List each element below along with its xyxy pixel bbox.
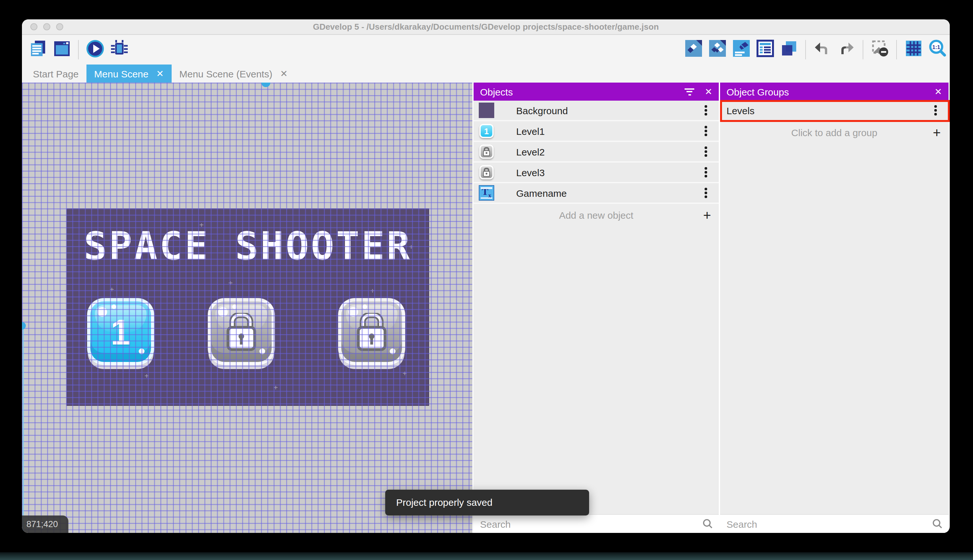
text-object-thumbnail: Tx (479, 185, 494, 201)
level1-button-instance[interactable]: 1 (87, 298, 154, 365)
open-layers-button[interactable] (780, 40, 798, 59)
object-groups-panel-header: Object Groups ✕ (720, 83, 948, 101)
group-menu-kebab-icon[interactable] (930, 103, 941, 117)
add-new-group-button[interactable]: Click to add a group + (720, 121, 948, 143)
close-panel-icon[interactable]: ✕ (705, 87, 712, 97)
object-row-level1[interactable]: 1 Level1 (473, 121, 719, 142)
grid-icon (904, 39, 922, 60)
objects-search-input[interactable] (473, 515, 719, 533)
object-menu-kebab-icon[interactable] (701, 186, 711, 200)
add-new-object-button[interactable]: Add a new object + (473, 204, 719, 226)
zoom-1-1-icon: 1:1 (928, 39, 947, 61)
svg-text:1:1: 1:1 (932, 44, 940, 50)
objects-panel-title: Objects (480, 86, 513, 97)
search-icon (932, 519, 943, 532)
scene-title-text[interactable]: SPACE SHOOTER (67, 227, 428, 265)
scene-editor-canvas[interactable]: SPACE SHOOTER 1 (22, 83, 472, 533)
project-manager-icon (29, 39, 47, 60)
toggle-grid-button[interactable] (904, 40, 923, 59)
tab-start-page[interactable]: Start Page (25, 65, 87, 83)
debug-button[interactable] (110, 40, 128, 59)
toolbar-separator (896, 40, 897, 59)
undo-icon (813, 39, 832, 60)
zoom-window-button[interactable] (56, 23, 63, 30)
tab-label: Menu Scene (Events) (179, 68, 273, 79)
object-row-level2[interactable]: Level2 (473, 142, 719, 163)
scene-properties-icon (732, 39, 750, 60)
object-row-gamename[interactable]: Tx Gamename (473, 183, 719, 204)
tab-menu-scene[interactable]: Menu Scene ✕ (87, 65, 172, 83)
object-menu-kebab-icon[interactable] (701, 124, 711, 138)
desktop-edge (0, 552, 973, 560)
object-menu-kebab-icon[interactable] (701, 165, 711, 179)
object-row-background[interactable]: Background (473, 101, 719, 121)
zoom-original-button[interactable]: 1:1 (928, 40, 946, 59)
close-tab-icon[interactable]: ✕ (156, 69, 163, 78)
cursor-coordinates-badge: 871;420 (22, 515, 68, 533)
plus-icon: + (933, 125, 941, 139)
groups-search-bar (720, 514, 948, 533)
selection-edge-line (23, 330, 24, 533)
game-scene-background[interactable]: SPACE SHOOTER 1 (67, 208, 429, 406)
play-icon (86, 39, 105, 60)
objects-search-bar (473, 514, 719, 533)
save-toast: Project properly saved (385, 490, 589, 515)
objects-panel: Objects ✕ Background 1 (472, 83, 719, 533)
object-row-level3[interactable]: Level3 (473, 163, 719, 183)
title-bar: GDevelop 5 - /Users/dkarakay/Documents/G… (22, 19, 950, 35)
close-window-button[interactable] (30, 23, 37, 30)
blue-button-thumbnail: 1 (479, 123, 494, 139)
toolbar-separator (863, 40, 863, 59)
redo-icon (837, 39, 856, 60)
open-instances-list-button[interactable] (756, 40, 774, 59)
lock-icon (342, 301, 402, 362)
level3-button-instance[interactable] (338, 298, 405, 365)
toolbar-separator (805, 40, 806, 59)
lock-icon (211, 301, 272, 362)
mask-minus-icon (871, 39, 889, 60)
main-toolbar: 1:1 (22, 35, 950, 65)
desktop: GDevelop 5 - /Users/dkarakay/Documents/G… (0, 0, 973, 560)
object-groups-panel-title: Object Groups (726, 86, 789, 97)
background-thumbnail (479, 103, 494, 118)
level2-button-instance[interactable] (208, 298, 275, 365)
close-tab-icon[interactable]: ✕ (280, 69, 287, 78)
redo-button[interactable] (837, 40, 856, 59)
scene-window-icon (53, 39, 71, 60)
filter-icon[interactable] (685, 88, 695, 95)
object-groups-panel: Object Groups ✕ Levels Click to add a gr… (719, 83, 948, 533)
tab-label: Menu Scene (94, 68, 148, 79)
instances-list-icon (756, 39, 774, 60)
debug-bug-icon (109, 39, 129, 61)
groups-search-input[interactable] (720, 515, 948, 533)
selection-handle-top[interactable] (261, 83, 270, 87)
minimize-window-button[interactable] (43, 23, 50, 30)
window-title: GDevelop 5 - /Users/dkarakay/Documents/G… (22, 19, 950, 35)
project-manager-button[interactable] (28, 40, 47, 59)
open-object-groups-button[interactable] (708, 40, 726, 59)
locked-button-thumbnail (479, 165, 494, 180)
search-icon (703, 519, 713, 532)
object-groups-icon (708, 39, 726, 60)
objects-panel-header: Objects ✕ (473, 83, 719, 101)
layers-icon (780, 39, 798, 60)
selection-handle-left[interactable] (22, 322, 26, 330)
tab-bar: Start Page Menu Scene ✕ Menu Scene (Even… (22, 65, 950, 83)
play-button[interactable] (86, 40, 105, 59)
undo-button[interactable] (813, 40, 832, 59)
scene-editor-button[interactable] (52, 40, 71, 59)
plus-icon: + (703, 208, 711, 222)
toolbar-separator (78, 40, 79, 59)
group-row-levels[interactable]: Levels (720, 101, 948, 121)
open-properties-button[interactable] (732, 40, 750, 59)
tab-label: Start Page (33, 68, 79, 79)
open-objects-editor-button[interactable] (684, 40, 703, 59)
object-menu-kebab-icon[interactable] (701, 103, 711, 117)
toggle-mask-button[interactable] (870, 40, 889, 59)
gdevelop-window: GDevelop 5 - /Users/dkarakay/Documents/G… (22, 19, 950, 533)
locked-button-thumbnail (479, 144, 494, 159)
object-icon (684, 39, 702, 60)
object-menu-kebab-icon[interactable] (701, 145, 711, 159)
close-panel-icon[interactable]: ✕ (935, 87, 942, 97)
tab-menu-scene-events[interactable]: Menu Scene (Events) ✕ (172, 65, 295, 83)
